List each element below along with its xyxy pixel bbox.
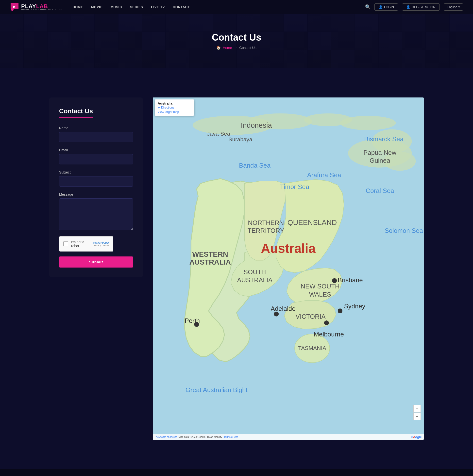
- nav-livetv[interactable]: LIVE TV: [151, 5, 165, 9]
- name-field-group: Name: [59, 126, 133, 142]
- svg-text:Indonesia: Indonesia: [241, 121, 272, 129]
- zoom-in-button[interactable]: +: [413, 405, 421, 412]
- svg-point-2: [11, 8, 14, 11]
- map-view-larger-link[interactable]: View larger map: [158, 110, 191, 114]
- svg-text:Perth: Perth: [184, 317, 200, 324]
- svg-point-29: [332, 278, 337, 283]
- svg-text:NEW SOUTH: NEW SOUTH: [301, 283, 340, 290]
- svg-text:NORTHERN: NORTHERN: [248, 219, 284, 226]
- map-terms-link[interactable]: Terms of Use: [224, 436, 238, 438]
- navbar-right: 🔍 👤 LOGIN 👤 REGISTRATION English ▾: [365, 3, 463, 11]
- svg-text:Brisbane: Brisbane: [338, 277, 363, 284]
- breadcrumb-icon: 🏠: [217, 46, 221, 50]
- language-selector[interactable]: English ▾: [444, 3, 463, 11]
- message-field-group: Message: [59, 192, 133, 231]
- svg-text:Surabaya: Surabaya: [228, 136, 252, 142]
- map-directions-link[interactable]: ➤ Directions: [158, 106, 191, 109]
- logo-icon: [10, 2, 19, 12]
- recaptcha-widget[interactable]: I'm not a robot reCAPTCHA Privacy · Term…: [59, 236, 113, 252]
- hero-title: Contact Us: [212, 32, 261, 43]
- svg-text:TERRITORY: TERRITORY: [248, 227, 284, 234]
- map-popup: Australia ➤ Directions View larger map: [155, 100, 194, 116]
- nav-links: HOME MOVIE MUSIC SERIES LIVE TV CONTACT: [73, 5, 365, 9]
- subject-field-group: Subject: [59, 170, 133, 187]
- svg-text:Banda Sea: Banda Sea: [239, 162, 271, 169]
- name-label: Name: [59, 126, 133, 130]
- svg-point-33: [274, 312, 279, 316]
- nav-music[interactable]: MUSIC: [111, 5, 122, 9]
- svg-text:WESTERN: WESTERN: [192, 250, 228, 258]
- svg-text:Solomon Sea: Solomon Sea: [384, 227, 423, 234]
- svg-text:Arafura Sea: Arafura Sea: [307, 171, 342, 178]
- map-footer: Keyboard shortcuts Map data ©2023 Google…: [153, 434, 424, 440]
- svg-text:Adelaide: Adelaide: [271, 305, 296, 312]
- map-controls: + −: [413, 405, 421, 420]
- svg-text:AUSTRALIA: AUSTRALIA: [237, 277, 273, 284]
- register-icon: 👤: [406, 5, 410, 9]
- directions-label: Directions: [161, 106, 174, 109]
- directions-icon: ➤: [158, 106, 160, 109]
- recaptcha-checkbox[interactable]: [63, 241, 68, 246]
- main-content: Contact Us Name Email Subject Message I'…: [0, 83, 473, 455]
- svg-text:Guinea: Guinea: [369, 157, 390, 164]
- search-button[interactable]: 🔍: [365, 4, 370, 10]
- hero-overlay: Contact Us 🏠 Home → Contact Us: [0, 14, 473, 68]
- svg-point-27: [324, 321, 329, 325]
- map-container: Australia ➤ Directions View larger map: [153, 98, 424, 440]
- breadcrumb-current: Contact Us: [239, 46, 256, 50]
- svg-text:QUEENSLAND: QUEENSLAND: [288, 219, 337, 226]
- nav-series[interactable]: SERIES: [130, 5, 143, 9]
- message-input[interactable]: [59, 198, 133, 230]
- recaptcha-label: I'm not a robot: [71, 240, 91, 248]
- register-button[interactable]: 👤 REGISTRATION: [402, 3, 440, 11]
- user-icon: 👤: [379, 5, 382, 9]
- map-data-credit: Map data ©2023 Google, TMap Mobility: [179, 436, 222, 438]
- svg-text:Bismarck Sea: Bismarck Sea: [364, 136, 403, 142]
- message-label: Message: [59, 192, 133, 196]
- svg-text:TASMANIA: TASMANIA: [298, 345, 327, 351]
- logo: PLAYLAB MOVIE STREAMING PLATFORM: [10, 2, 63, 12]
- svg-marker-0: [11, 3, 18, 9]
- logo-lab: LAB: [36, 3, 48, 9]
- contact-form-container: Contact Us Name Email Subject Message I'…: [49, 98, 143, 277]
- svg-text:Coral Sea: Coral Sea: [366, 187, 394, 194]
- email-field-group: Email: [59, 148, 133, 164]
- svg-text:Melbourne: Melbourne: [314, 331, 344, 338]
- svg-text:SOUTH: SOUTH: [244, 269, 266, 275]
- footer: PLAYLAB MOVIE STREAMING PLATFORM Playlab…: [0, 469, 473, 476]
- navbar: PLAYLAB MOVIE STREAMING PLATFORM HOME MO…: [0, 0, 473, 14]
- svg-text:Australia: Australia: [261, 241, 316, 255]
- nav-movie[interactable]: MOVIE: [91, 5, 103, 9]
- svg-point-25: [338, 308, 343, 313]
- contact-form-title: Contact Us: [59, 107, 93, 118]
- nav-home[interactable]: HOME: [73, 5, 83, 9]
- email-input[interactable]: [59, 154, 133, 164]
- name-input[interactable]: [59, 132, 133, 142]
- subject-input[interactable]: [59, 176, 133, 187]
- login-label: LOGIN: [384, 5, 394, 9]
- google-logo: Google: [411, 435, 422, 439]
- nav-contact[interactable]: CONTACT: [173, 5, 190, 9]
- breadcrumb-home-link[interactable]: Home: [223, 46, 232, 50]
- login-button[interactable]: 👤 LOGIN: [374, 3, 398, 11]
- register-label: REGISTRATION: [412, 5, 436, 9]
- australia-map-svg: WESTERN AUSTRALIA NORTHERN TERRITORY QUE…: [153, 98, 424, 440]
- svg-text:Java Sea: Java Sea: [207, 131, 230, 137]
- logo-play: PLAY: [21, 3, 36, 9]
- email-label: Email: [59, 148, 133, 152]
- zoom-out-button[interactable]: −: [413, 413, 421, 420]
- hero-banner: // Generate movie cells document.addEven…: [0, 14, 473, 68]
- svg-text:Great Australian Bight: Great Australian Bight: [185, 386, 248, 393]
- svg-text:Timor Sea: Timor Sea: [280, 183, 309, 190]
- svg-text:Papua New: Papua New: [363, 149, 396, 156]
- map-popup-title: Australia: [158, 102, 191, 105]
- recaptcha-links: Privacy · Terms: [93, 244, 109, 247]
- svg-text:Sydney: Sydney: [344, 303, 365, 310]
- breadcrumb: 🏠 Home → Contact Us: [217, 46, 256, 50]
- svg-point-8: [340, 116, 396, 130]
- svg-text:VICTORIA: VICTORIA: [296, 313, 326, 320]
- svg-text:WALES: WALES: [309, 291, 331, 298]
- keyboard-shortcuts-link[interactable]: Keyboard shortcuts: [156, 436, 177, 438]
- submit-button[interactable]: Submit: [59, 256, 133, 268]
- recaptcha-logo: reCAPTCHA Privacy · Terms: [93, 241, 109, 247]
